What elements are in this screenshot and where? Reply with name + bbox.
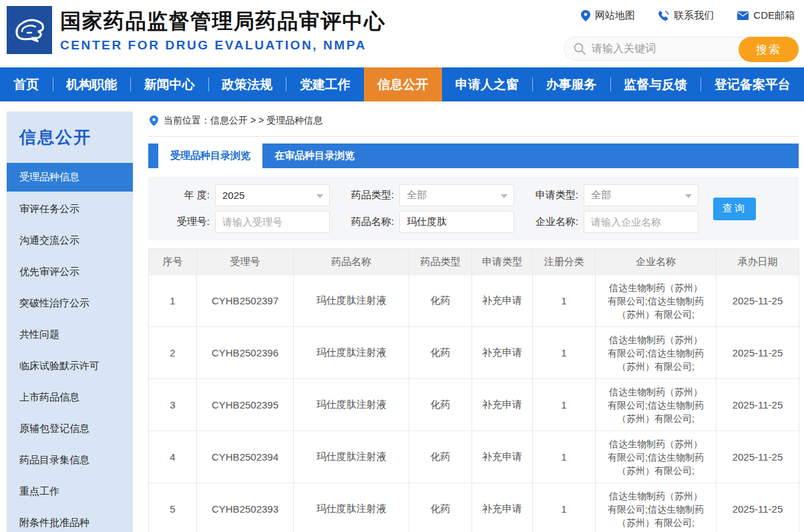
cde-mail-label: CDE邮箱	[753, 9, 795, 22]
sidebar-item-key-work[interactable]: 重点工作	[7, 476, 133, 507]
apply-type-select[interactable]: 全部	[584, 184, 698, 206]
drug-type-select[interactable]: 全部	[399, 184, 514, 206]
sidebar-item-review-tasks[interactable]: 审评任务公示	[7, 194, 133, 225]
location-pin-icon	[150, 115, 158, 126]
chevron-down-icon	[317, 194, 323, 198]
cell-acceptance-no: CYHB2502397	[197, 275, 294, 327]
chevron-down-icon	[685, 194, 692, 198]
table-row[interactable]: 4 CYHB2502394 玛仕度肽注射液 化药 补充申请 1 信达生物制药（苏…	[149, 431, 799, 483]
quick-links: 网站地图 联系我们 CDE邮箱	[564, 7, 799, 22]
cde-logo[interactable]	[7, 6, 52, 54]
cell-drug-type: 化药	[409, 431, 472, 483]
col-apply-type: 申请类型	[472, 249, 533, 275]
results-table: 序号 受理号 药品名称 药品类型 申请类型 注册分类 企业名称 承办日期 1 C…	[148, 248, 799, 532]
nav-item-org[interactable]: 机构职能	[53, 67, 131, 101]
cell-drug-name: 玛仕度肽注射液	[294, 431, 409, 483]
nav-item-info-disclosure[interactable]: 信息公开	[364, 67, 442, 101]
cell-company: 信达生物制药（苏州）有限公司;信达生物制药（苏州）有限公司;	[596, 327, 717, 379]
swan-logo-icon	[11, 13, 47, 47]
col-date: 承办日期	[717, 249, 799, 275]
cell-drug-type: 化药	[409, 327, 472, 379]
page: 国家药品监督管理局药品审评中心 CENTER FOR DRUG EVALUATI…	[0, 0, 804, 532]
cell-date: 2025-11-25	[717, 431, 799, 483]
sidebar-item-breakthrough-therapy[interactable]: 突破性治疗公示	[7, 288, 133, 319]
table-row[interactable]: 3 CYHB2502395 玛仕度肽注射液 化药 补充申请 1 信达生物制药（苏…	[149, 379, 799, 431]
sidebar-item-priority-review[interactable]: 优先审评公示	[7, 256, 133, 288]
cell-seq: 1	[149, 275, 197, 327]
col-acceptance-no: 受理号	[197, 249, 294, 275]
drug-name-box	[399, 211, 514, 233]
sidebar-item-common-issues[interactable]: 共性问题	[7, 319, 133, 350]
apply-type-label: 申请类型:	[529, 189, 578, 202]
nav-item-policy[interactable]: 政策法规	[208, 67, 286, 101]
drug-name-input[interactable]	[407, 216, 507, 228]
sidebar-item-marketed-drugs[interactable]: 上市药品信息	[7, 382, 133, 413]
search-button[interactable]: 搜索	[739, 37, 799, 62]
cell-apply-type: 补充申请	[472, 327, 533, 379]
table-row[interactable]: 5 CYHB2502393 玛仕度肽注射液 化药 补充申请 1 信达生物制药（苏…	[149, 483, 799, 532]
search-bar: 搜索	[564, 37, 799, 61]
search-icon	[574, 43, 586, 55]
cell-seq: 5	[149, 483, 197, 532]
cde-mail-link[interactable]: CDE邮箱	[737, 9, 795, 22]
table-row[interactable]: 2 CYHB2502396 玛仕度肽注射液 化药 补充申请 1 信达生物制药（苏…	[149, 327, 799, 379]
contact-link[interactable]: 联系我们	[658, 9, 714, 22]
cell-acceptance-no: CYHB2502396	[197, 327, 294, 379]
sidebar-item-drug-catalog[interactable]: 药品目录集信息	[7, 445, 133, 476]
query-button[interactable]: 查询	[713, 198, 756, 220]
sidebar-item-communication[interactable]: 沟通交流公示	[7, 225, 133, 256]
brand-block: 国家药品监督管理局药品审评中心 CENTER FOR DRUG EVALUATI…	[60, 9, 386, 53]
cell-seq: 3	[149, 379, 197, 431]
sidebar-item-accepted-varieties[interactable]: 受理品种信息	[7, 163, 133, 192]
sidebar-item-clinical-trial-implied-license[interactable]: 临床试验默示许可	[7, 350, 133, 382]
cell-drug-type: 化药	[409, 275, 472, 327]
tab-bar: 受理品种目录浏览 在审品种目录浏览	[148, 144, 799, 168]
site-title: 国家药品监督管理局药品审评中心	[60, 9, 386, 35]
year-select[interactable]: 2025	[215, 184, 330, 206]
cell-seq: 4	[149, 431, 197, 483]
phone-icon	[658, 11, 669, 21]
cell-company: 信达生物制药（苏州）有限公司;信达生物制药（苏州）有限公司;	[596, 379, 717, 431]
cell-date: 2025-11-25	[717, 379, 799, 431]
cell-acceptance-no: CYHB2502395	[197, 379, 294, 431]
col-company: 企业名称	[596, 249, 717, 275]
col-reg-class: 注册分类	[533, 249, 596, 275]
cell-seq: 2	[149, 327, 197, 379]
cell-reg-class: 1	[533, 327, 596, 379]
nav-item-registration-platform[interactable]: 登记备案平台	[700, 67, 804, 101]
envelope-icon	[737, 11, 749, 20]
col-seq: 序号	[149, 249, 197, 275]
nav-item-home[interactable]: 首页	[0, 67, 53, 101]
nav-item-news[interactable]: 新闻中心	[130, 67, 208, 101]
sidebar-item-conditional-approval[interactable]: 附条件批准品种	[7, 507, 133, 532]
cell-reg-class: 1	[533, 275, 596, 327]
nav-item-supervision[interactable]: 监督与反馈	[610, 67, 701, 101]
sidebar-title: 信息公开	[7, 126, 133, 148]
sidebar-item-excipient-registration[interactable]: 原辅包登记信息	[7, 413, 133, 445]
cell-drug-name: 玛仕度肽注射液	[294, 379, 409, 431]
breadcrumb-text: 当前位置：信息公开 > > 受理品种信息	[164, 115, 323, 127]
tab-under-review-catalog[interactable]: 在审品种目录浏览	[262, 144, 367, 168]
cell-drug-type: 化药	[409, 379, 472, 431]
breadcrumb: 当前位置：信息公开 > > 受理品种信息	[148, 101, 799, 137]
nav-item-services[interactable]: 办事服务	[532, 67, 610, 101]
nav-item-applicant[interactable]: 申请人之窗	[442, 67, 533, 101]
cell-drug-name: 玛仕度肽注射液	[294, 275, 409, 327]
cell-date: 2025-11-25	[717, 483, 799, 532]
sitemap-link[interactable]: 网站地图	[581, 9, 635, 22]
nav-item-party[interactable]: 党建工作	[286, 67, 364, 101]
cell-date: 2025-11-25	[717, 275, 799, 327]
acceptance-no-box	[215, 211, 330, 233]
cell-apply-type: 补充申请	[472, 431, 533, 483]
tab-accepted-catalog[interactable]: 受理品种目录浏览	[158, 144, 262, 168]
drug-type-label: 药品类型:	[345, 189, 394, 202]
cell-reg-class: 1	[533, 431, 596, 483]
table-row[interactable]: 1 CYHB2502397 玛仕度肽注射液 化药 补充申请 1 信达生物制药（苏…	[149, 275, 799, 327]
cell-drug-type: 化药	[409, 483, 472, 532]
company-input[interactable]	[591, 216, 691, 228]
site-header: 国家药品监督管理局药品审评中心 CENTER FOR DRUG EVALUATI…	[0, 0, 804, 67]
search-input[interactable]	[592, 43, 712, 55]
main-content: 当前位置：信息公开 > > 受理品种信息 受理品种目录浏览 在审品种目录浏览 年…	[148, 101, 799, 532]
acceptance-no-input[interactable]	[222, 216, 323, 228]
main-nav: 首页 机构职能 新闻中心 政策法规 党建工作 信息公开 申请人之窗 办事服务 监…	[0, 67, 804, 101]
